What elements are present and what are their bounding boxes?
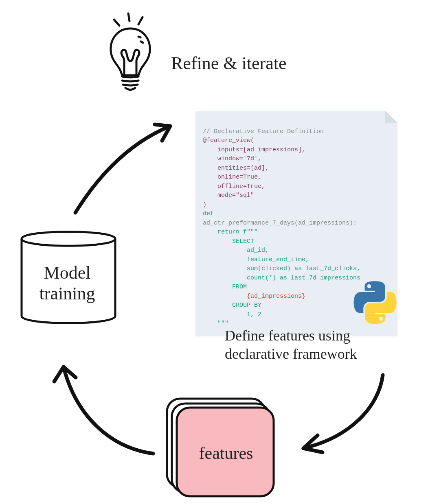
arrow-define-to-features <box>285 370 391 460</box>
svg-line-3 <box>138 37 140 37</box>
code-adid: ad_id, <box>203 247 269 254</box>
define-features-label: Define features using declarative framew… <box>225 327 357 363</box>
arrow-training-to-refine <box>69 117 187 219</box>
training-line: training <box>40 284 95 303</box>
code-fstr-open: f""" <box>243 229 258 236</box>
python-logo-icon <box>353 281 396 323</box>
code-from: FROM <box>203 284 247 290</box>
code-arg-window: window='7d', <box>203 155 261 162</box>
define-line1: Define features using <box>225 327 350 344</box>
code-def: def <box>203 210 214 217</box>
code-arg-online: online=True, <box>203 174 261 181</box>
code-groupby: GROUP BY <box>203 302 261 309</box>
code-count: count(*) as last_7d_impressions <box>203 275 360 281</box>
code-return: return <box>203 229 243 236</box>
code-arg-mode: mode="sql" <box>203 192 254 199</box>
svg-line-2 <box>138 17 143 24</box>
arrow-features-to-training <box>44 350 162 464</box>
code-12: 1, 2 <box>203 311 261 318</box>
code-arg-inputs: inputs=[ad_impressions], <box>203 146 305 153</box>
code-interp: {ad_impressions} <box>203 293 305 300</box>
model-training-label: Model training <box>29 262 106 304</box>
code-select: SELECT <box>203 238 254 245</box>
model-line: Model <box>44 263 91 283</box>
svg-line-4 <box>141 41 143 43</box>
svg-line-1 <box>114 20 119 26</box>
features-label: features <box>185 443 267 463</box>
code-comment: // Declarative Feature Definition <box>203 128 324 135</box>
code-sum: sum(clicked) as last_7d_clicks, <box>203 265 360 272</box>
code-arg-entities: entities=[ad], <box>203 165 269 172</box>
lightbulb-icon <box>106 12 159 94</box>
code-func-sig: ad_ctr_preformance_7_days(ad_impressions… <box>203 220 357 227</box>
code-arg-offline: offline=True, <box>203 183 265 190</box>
code-feat-end: feature_end_time, <box>203 256 309 263</box>
code-decorator-close: ) <box>203 201 206 208</box>
define-line2: declarative framework <box>225 346 357 362</box>
code-fstr-close: """ <box>203 320 228 327</box>
svg-line-0 <box>128 13 130 21</box>
code-decorator-open: @feature_view( <box>203 137 254 144</box>
refine-iterate-label: Refine & iterate <box>171 53 286 74</box>
